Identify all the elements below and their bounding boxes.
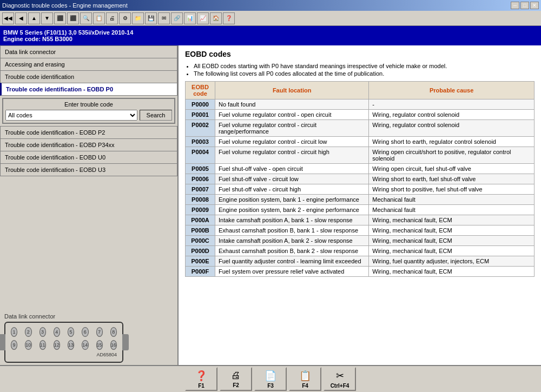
fault-cell-2: Fuel volume regulator control - circuit …: [215, 120, 369, 137]
table-header-2: Probable cause: [369, 82, 535, 99]
nav-item-5[interactable]: Trouble code identification - EOBD P34xx: [0, 138, 177, 151]
connector-pin-3: 3: [39, 327, 46, 337]
fault-cell-15: Fuel system over pressure relief valve a…: [215, 267, 369, 277]
connector-pin-5: 5: [68, 327, 74, 337]
toolbar-btn-15[interactable]: 📊: [184, 12, 196, 24]
eobd-table: EOBD codeFault locationProbable cause P0…: [185, 81, 535, 277]
connector-pin-16: 16: [110, 340, 117, 350]
toolbar-btn-5[interactable]: ⬛: [54, 12, 66, 24]
toolbar-btn-17[interactable]: 🏠: [210, 12, 222, 24]
toolbar-btn-7[interactable]: 🔍: [80, 12, 92, 24]
vehicle-info: BMW 5 Series (F10/11) 3,0 535i/xDrive 20…: [0, 26, 541, 45]
main-layout: Data link connectorAccessing and erasing…: [0, 45, 541, 365]
nav-item-7[interactable]: Trouble code identification - EOBD U3: [0, 163, 177, 176]
trouble-code-label: Enter trouble code: [5, 101, 172, 108]
eobd-table-header: EOBD codeFault locationProbable cause: [186, 82, 535, 99]
cause-cell-0: -: [369, 99, 535, 110]
f1-button[interactable]: ❓ F1: [185, 367, 217, 391]
connector-part-number: AD65804: [11, 352, 117, 357]
code-cell-13: P000D: [186, 246, 215, 256]
window-title: Diagnostic trouble codes - Engine manage…: [2, 2, 128, 9]
connector-pin-13: 13: [68, 340, 74, 350]
f3-button[interactable]: 📄 F3: [254, 367, 287, 391]
cause-cell-1: Wiring, regulator control solenoid: [369, 110, 535, 120]
eobd-table-body: P0000No fault found-P0001Fuel volume reg…: [186, 99, 535, 277]
fault-cell-5: Fuel shut-off valve - open circuit: [215, 164, 369, 174]
fault-cell-7: Fuel shut-off valve - circuit high: [215, 184, 369, 195]
toolbar-btn-3[interactable]: ▲: [28, 12, 40, 24]
ctrl-f4-button[interactable]: ✂ Ctrl+F4: [324, 367, 356, 391]
f1-icon: ❓: [195, 370, 207, 382]
nav-item-4[interactable]: Trouble code identification - EOBD P2: [0, 126, 177, 138]
diagram-label: Data link connector: [4, 313, 55, 320]
nav-item-0[interactable]: Data link connector: [0, 45, 177, 58]
connector-pins: 12345678 910111213141516: [11, 327, 117, 350]
right-panel[interactable]: EOBD codes All EOBD codes starting with …: [179, 45, 541, 365]
code-cell-2: P0002: [186, 120, 215, 137]
toolbar-btn-4[interactable]: ▼: [41, 12, 53, 24]
cause-cell-2: Wiring, regulator control solenoid: [369, 120, 535, 137]
minimize-button[interactable]: ─: [511, 2, 519, 9]
connector-pin-4: 4: [54, 327, 60, 337]
nav-scroll[interactable]: Data link connectorAccessing and erasing…: [0, 45, 177, 311]
cause-cell-14: Wiring, fuel quantity adjuster, injector…: [369, 256, 535, 267]
search-button[interactable]: Search: [140, 110, 172, 121]
maximize-button[interactable]: □: [520, 2, 529, 9]
cause-cell-4: Wiring open circuit/short to positive, r…: [369, 147, 535, 164]
table-row: P0008Engine position system, bank 1 - en…: [186, 195, 535, 205]
bullet-item-0: All EOBD codes starting with P0 have sta…: [194, 63, 535, 69]
toolbar-btn-10[interactable]: ⚙: [119, 12, 131, 24]
codes-dropdown[interactable]: All codes: [5, 110, 137, 121]
connector-pin-6: 6: [82, 327, 88, 337]
toolbar-btn-1[interactable]: ◀◀: [2, 12, 14, 24]
table-row: P0001Fuel volume regulator control - ope…: [186, 110, 535, 120]
toolbar-btn-18[interactable]: ❓: [223, 12, 235, 24]
toolbar-btn-16[interactable]: 📈: [197, 12, 209, 24]
toolbar-btn-12[interactable]: 💾: [145, 12, 157, 24]
nav-item-2[interactable]: Trouble code identification: [0, 70, 177, 83]
code-cell-14: P000E: [186, 256, 215, 267]
fault-cell-0: No fault found: [215, 99, 369, 110]
code-cell-7: P0007: [186, 184, 215, 195]
toolbar-btn-2[interactable]: ◀: [15, 12, 27, 24]
cause-cell-11: Wiring, mechanical fault, ECM: [369, 225, 535, 236]
toolbar-btn-11[interactable]: 📁: [132, 12, 144, 24]
nav-item-3[interactable]: Trouble code identification - EOBD P0: [0, 83, 177, 96]
fault-cell-9: Engine position system, bank 2 - engine …: [215, 205, 369, 215]
diagram-area: Data link connector 12345678 91011121314…: [0, 311, 177, 365]
bullet-item-1: The following list covers all P0 codes a…: [194, 70, 535, 77]
ctrl-f4-label: Ctrl+F4: [331, 383, 349, 389]
toolbar-btn-8[interactable]: 📋: [93, 12, 105, 24]
table-row: P0002Fuel volume regulator control - cir…: [186, 120, 535, 137]
f4-icon: 📋: [299, 370, 311, 382]
toolbar-btn-9[interactable]: 🖨: [106, 12, 118, 24]
close-button[interactable]: ✕: [530, 2, 539, 9]
title-bar: Diagnostic trouble codes - Engine manage…: [0, 0, 541, 11]
cause-cell-3: Wiring short to earth, regulator control…: [369, 137, 535, 147]
pin-row-2: 910111213141516: [11, 340, 117, 350]
connector-pin-8: 8: [110, 327, 117, 337]
table-row: P000FFuel system over pressure relief va…: [186, 267, 535, 277]
nav-item-6[interactable]: Trouble code identification - EOBD U0: [0, 151, 177, 163]
toolbar-btn-13[interactable]: ✉: [158, 12, 170, 24]
f2-button[interactable]: 🖨 F2: [220, 367, 252, 391]
f4-label: F4: [302, 383, 308, 389]
f3-label: F3: [267, 383, 274, 389]
table-row: P0003Fuel volume regulator control - cir…: [186, 137, 535, 147]
code-cell-15: P000F: [186, 267, 215, 277]
toolbar-btn-14[interactable]: 🔗: [171, 12, 183, 24]
table-header-1: Fault location: [215, 82, 369, 99]
code-cell-9: P0009: [186, 205, 215, 215]
toolbar-btn-6[interactable]: ⬛: [67, 12, 79, 24]
vehicle-line2: Engine code: N55 B3000: [3, 36, 538, 42]
table-header-0: EOBD code: [186, 82, 215, 99]
code-cell-3: P0003: [186, 137, 215, 147]
f4-button[interactable]: 📋 F4: [289, 367, 321, 391]
cause-cell-9: Mechanical fault: [369, 205, 535, 215]
left-panel: Data link connectorAccessing and erasing…: [0, 45, 179, 365]
nav-item-1[interactable]: Accessing and erasing: [0, 58, 177, 70]
table-row: P000CIntake camshaft position A, bank 2 …: [186, 236, 535, 246]
trouble-code-row: All codes Search: [5, 110, 172, 121]
window-controls: ─ □ ✕: [511, 2, 539, 9]
cause-cell-8: Mechanical fault: [369, 195, 535, 205]
